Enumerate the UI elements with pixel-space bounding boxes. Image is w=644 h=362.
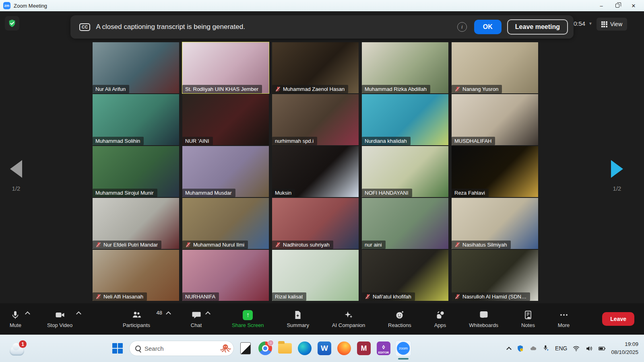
participant-tile-nurhimmah-spd-i[interactable]: nurhimmah spd.i (272, 94, 359, 145)
muted-mic-icon (95, 242, 101, 248)
widgets-button[interactable]: 1 (9, 340, 27, 356)
window-titlebar: zm Zoom Meeting – ✕ (0, 0, 644, 11)
taskbar-app-notepad[interactable] (237, 340, 254, 356)
ok-button[interactable]: OK (474, 20, 502, 34)
participant-tile-muhammad-solihin[interactable]: Muhammad Solihin (93, 94, 179, 145)
minimize-button[interactable]: – (593, 0, 609, 11)
participants-icon (131, 310, 142, 320)
next-page-arrow-icon[interactable] (611, 160, 623, 178)
leave-meeting-button[interactable]: Leave meeting (507, 19, 568, 35)
participant-name: Muhammad Nurul Ilmi (193, 242, 244, 248)
apps-icon (435, 310, 446, 320)
language-indicator[interactable]: ENG (555, 345, 567, 352)
mute-menu-caret-icon[interactable] (26, 311, 29, 315)
participant-tile-rizal-kalisat[interactable]: Rizal kalisat (272, 250, 359, 301)
participant-name-label: Reza Fahlavi (452, 189, 489, 197)
participant-tile-muhammad-musdar[interactable]: Muhammad Musdar (182, 146, 269, 197)
participant-tile-nurdiana-khalidah[interactable]: Nurdiana khalidah (362, 94, 448, 145)
search-input[interactable]: Search (129, 341, 234, 356)
participant-name-label: Muhammad Rizka Abdillah (362, 85, 430, 93)
participant-tile-musdhalifah[interactable]: MUSDHALIFAH (452, 94, 538, 145)
taskbar-app-zoom[interactable]: zoom (395, 340, 411, 356)
search-placeholder: Search (144, 345, 216, 352)
participant-tile-nafi-atul-khofifah[interactable]: Nafi'atul khofifah (362, 250, 448, 301)
taskbar-app-mendeley[interactable]: M (356, 340, 372, 356)
onedrive-icon[interactable] (529, 345, 537, 352)
participant-tile-muhammad-sirojul-munir[interactable]: Muhammad Sirojul Munir (93, 146, 179, 197)
participant-tile-nasrulloh-al-hamid-sdn[interactable]: Nasrulloh Al Hamid (SDN… (452, 250, 538, 301)
muted-mic-icon (275, 86, 281, 92)
participant-tile-muksin[interactable]: Muksin (272, 146, 359, 197)
participant-tile-nur-aini[interactable]: nur aini (362, 198, 448, 249)
participant-name-label: Muhammad Sirojul Munir (93, 189, 157, 197)
toolbar-whiteboards-button[interactable]: Whiteboards (466, 308, 501, 330)
toolbar-apps-button[interactable]: Apps (432, 308, 449, 330)
previous-page-arrow-icon[interactable] (10, 160, 22, 178)
muted-mic-icon (275, 242, 281, 248)
participant-name: Nurdiana khalidah (365, 138, 407, 144)
restore-button[interactable] (609, 0, 625, 11)
participants-menu-caret-icon[interactable] (167, 311, 170, 315)
toolbar-stop-video-button[interactable]: Stop Video (45, 308, 75, 330)
participant-tile-neli-alfi-hasanah[interactable]: Neli Alfi Hasanah (93, 250, 179, 301)
active-app-indicator (398, 358, 409, 360)
taskbar-app-firefox[interactable] (336, 340, 352, 356)
toolbar-mute-button[interactable]: Mute (7, 308, 24, 330)
view-button[interactable]: View (597, 18, 627, 31)
participant-name-label: nurhimmah spd.i (272, 137, 317, 145)
toolbar-ai-companion-button[interactable]: AI Companion (330, 308, 367, 330)
toolbar-reactions-button[interactable]: Reactions (386, 308, 414, 330)
participant-name: Nafi'atul khofifah (373, 294, 411, 300)
participants-count-badge: 48 (157, 310, 162, 316)
volume-icon[interactable] (585, 345, 593, 352)
battery-icon[interactable] (598, 345, 606, 352)
participant-tile-nanang-yusron[interactable]: Nanang Yusron (452, 42, 538, 93)
wifi-icon[interactable] (572, 345, 580, 352)
participant-tile-muhammad-nurul-ilmi[interactable]: Muhammad Nurul Ilmi (182, 198, 269, 249)
participant-name-label: Muhammad Nurul Ilmi (182, 241, 248, 249)
toolbar-participants-button[interactable]: 48Participants (120, 308, 153, 330)
toolbar-summary-button[interactable]: Summary (284, 308, 312, 330)
participant-name-label: Nadhirotus suhriyah (272, 241, 333, 249)
taskbar-app-explorer[interactable] (277, 340, 293, 356)
participant-name: nurhimmah spd.i (275, 138, 314, 144)
participant-name: St. Rodliyah UIN KHAS Jember (185, 86, 258, 92)
close-button[interactable]: ✕ (625, 0, 642, 11)
participant-tile-muhammad-rizka-abdillah[interactable]: Muhammad Rizka Abdillah (362, 42, 448, 93)
taskbar-app-editor[interactable]: ⬨EDITOR (376, 340, 392, 356)
security-shield-tray-icon[interactable] (516, 345, 524, 352)
taskbar-app-edge[interactable] (297, 340, 313, 356)
taskbar-app-chrome[interactable] (257, 340, 273, 356)
participant-tile-st-rodliyah-uin-khas-jember[interactable]: St. Rodliyah UIN KHAS Jember (182, 42, 269, 93)
start-button[interactable] (109, 340, 126, 356)
meeting-toolbar: MuteStop Video 48ParticipantsChat↑Share … (0, 303, 644, 335)
participant-tile-nurhanifa[interactable]: NURHANIFA (182, 250, 269, 301)
participant-tile-nur-ali-arifun[interactable]: Nur Ali Arifun (93, 42, 179, 93)
info-icon[interactable]: i (457, 22, 467, 32)
participant-tile-nur-efdeli-putri-mandar[interactable]: Nur Efdeli Putri Mandar (93, 198, 179, 249)
participant-tile-reza-fahlavi[interactable]: Reza Fahlavi (452, 146, 538, 197)
meeting-security-badge[interactable] (5, 16, 19, 31)
stop-video-menu-caret-icon[interactable] (77, 311, 80, 315)
taskbar-clock[interactable]: 19:09 08/10/2025 (611, 340, 638, 357)
participant-tile-nur-aini[interactable]: NUR 'AINI (182, 94, 269, 145)
leave-button[interactable]: Leave (602, 312, 634, 326)
cc-banner-text: A closed captioning transcript is being … (96, 23, 457, 31)
toolbar-notes-button[interactable]: Notes (519, 308, 537, 330)
toolbar-share-screen-button[interactable]: ↑Share Screen (229, 308, 266, 330)
tray-expand-caret[interactable] (507, 346, 511, 350)
microphone-in-use-icon[interactable] (542, 345, 550, 352)
participant-tile-muhammad-zaenol-hasan[interactable]: Muhammad Zaenol Hasan (272, 42, 359, 93)
chat-menu-caret-icon[interactable] (206, 311, 210, 315)
search-icon (135, 346, 141, 351)
weather-cloud-icon (10, 347, 24, 356)
participant-name-label: Neli Alfi Hasanah (93, 292, 147, 301)
participant-tile-nasihatus-silmiyah[interactable]: Nasihatus Silmiyah (452, 198, 538, 249)
participant-tile-nofi-handayani[interactable]: NOFI HANDAYANI (362, 146, 448, 197)
taskbar-app-word[interactable]: W (316, 340, 332, 356)
participant-name-label: Nur Efdeli Putri Mandar (93, 241, 161, 249)
toolbar-more-button[interactable]: More (555, 308, 572, 330)
toolbar-chat-button[interactable]: Chat (188, 308, 204, 330)
zoom-app-icon: zm (3, 2, 10, 9)
participant-tile-nadhirotus-suhriyah[interactable]: Nadhirotus suhriyah (272, 198, 359, 249)
